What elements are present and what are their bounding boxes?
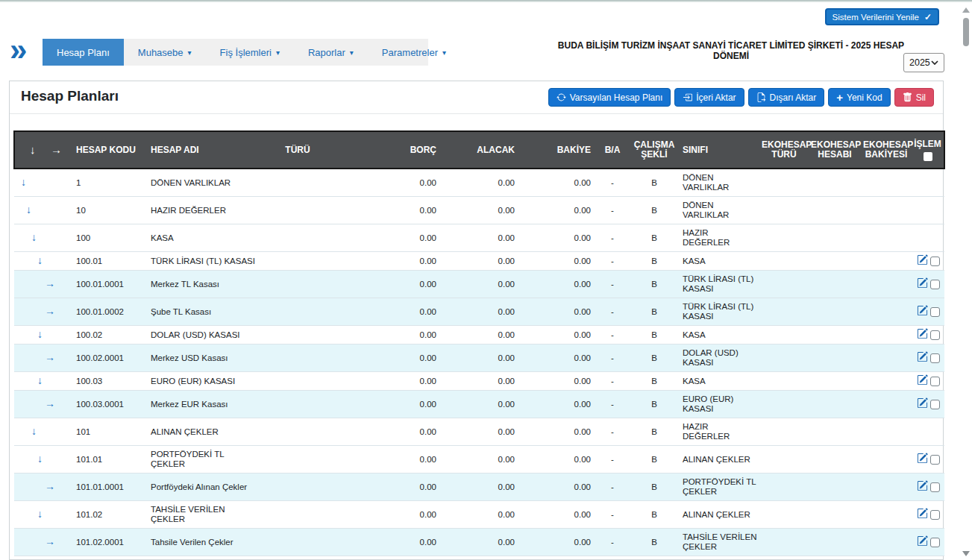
credit-cell: 0.00 [439, 326, 518, 345]
scroll-down-arrow[interactable] [962, 551, 970, 556]
class-cell: PORTFÖYDEKİ TL ÇEKLER [677, 474, 759, 501]
account-type-cell [260, 418, 335, 446]
expand-down-arrow-icon[interactable]: ↓ [37, 256, 43, 265]
expand-down-arrow-icon[interactable]: ↓ [31, 427, 37, 436]
working-type-cell: B [631, 446, 677, 474]
row-checkbox[interactable] [930, 257, 940, 266]
button-label: Sil [916, 92, 926, 103]
account-name-cell: ALINAN ÇEKLER [148, 418, 260, 446]
expand-down-arrow-icon[interactable]: ↓ [21, 177, 26, 187]
account-code-cell: 100.03 [70, 372, 148, 391]
default-chart-of-accounts-button[interactable]: Varsayılan Hesap Planı [548, 88, 671, 107]
debit-cell: 0.00 [335, 529, 439, 556]
account-type-cell [260, 197, 335, 224]
expand-down-arrow-icon[interactable]: ↓ [31, 233, 37, 242]
expand-down-arrow-icon[interactable]: ↓ [37, 376, 43, 386]
new-code-button[interactable]: + Yeni Kod [828, 88, 890, 107]
import-button[interactable]: İçeri Aktar [674, 88, 744, 107]
debit-cell: 0.00 [335, 501, 439, 529]
expand-down-arrow-icon[interactable]: ↓ [37, 454, 43, 464]
row-checkbox[interactable] [930, 280, 940, 289]
eko-account-type-cell [759, 501, 809, 529]
debit-credit-flag-cell: - [594, 556, 631, 560]
accounts-table: ↓ → HESAP KODU HESAP ADI TÜRÜ BORÇ ALACA… [13, 130, 945, 560]
expand-down-arrow-icon[interactable]: ↓ [37, 509, 43, 519]
edit-button[interactable] [917, 351, 928, 365]
tree-cell: ↓ [14, 197, 70, 224]
credit-cell: 0.00 [439, 418, 518, 446]
period-year-select[interactable]: 2025 [903, 53, 944, 72]
table-row: ↓101.02TAHSİLE VERİLEN ÇEKLER0.000.000.0… [14, 501, 944, 529]
account-type-cell [260, 271, 335, 298]
tree-cell: ↓ [14, 372, 70, 391]
edit-button[interactable] [917, 305, 928, 318]
scroll-up-arrow[interactable] [962, 7, 970, 13]
debit-cell: 0.00 [335, 391, 439, 418]
edit-button[interactable] [917, 508, 928, 521]
edit-button[interactable] [917, 535, 928, 549]
account-name-cell: Merkez TL Kasası [148, 271, 260, 298]
leaf-right-arrow-icon[interactable]: → [45, 353, 55, 362]
leaf-right-arrow-icon[interactable]: → [45, 279, 55, 289]
account-code-cell: 100.02.0001 [70, 345, 148, 372]
row-checkbox[interactable] [930, 377, 940, 386]
working-type-cell: B [631, 556, 677, 560]
delete-button[interactable]: Sil [894, 88, 934, 107]
table-header-row: ↓ → HESAP KODU HESAP ADI TÜRÜ BORÇ ALACA… [14, 131, 944, 169]
nav-tab-parametreler[interactable]: Parametreler ▾ [368, 39, 460, 66]
edit-button[interactable] [917, 254, 928, 268]
row-checkbox[interactable] [930, 455, 940, 465]
class-cell: TÜRK LİRASI (TL) KASASI [677, 298, 759, 326]
account-name-cell: TAHSİLE VERİLEN ÇEKLER [148, 501, 260, 529]
edit-button[interactable] [917, 374, 928, 388]
table-row: ↓101.01PORTFÖYDEKİ TL ÇEKLER0.000.000.00… [14, 446, 944, 474]
nav-tab-label: Raporlar [308, 47, 345, 58]
leaf-right-arrow-icon[interactable]: → [51, 143, 62, 156]
caret-down-icon: ▾ [350, 49, 354, 57]
edit-button[interactable] [917, 328, 928, 342]
row-checkbox[interactable] [930, 538, 940, 547]
scrollbar-thumb[interactable] [963, 18, 969, 46]
edit-button[interactable] [917, 397, 928, 411]
credit-cell: 0.00 [439, 501, 518, 529]
select-all-checkbox[interactable] [924, 152, 932, 161]
leaf-right-arrow-icon[interactable]: → [45, 482, 55, 491]
row-checkbox[interactable] [930, 482, 940, 492]
leaf-right-arrow-icon[interactable]: → [45, 537, 55, 547]
edit-button[interactable] [917, 453, 928, 466]
system-refresh-button[interactable]: Sistem Verilerini Yenile ✓ [825, 8, 939, 25]
action-cell [912, 252, 944, 271]
header-sinifi: SINIFI [677, 131, 759, 169]
nav-tab-raporlar[interactable]: Raporlar ▾ [294, 39, 368, 66]
row-checkbox[interactable] [930, 353, 940, 363]
credit-cell: 0.00 [439, 298, 518, 326]
edit-button[interactable] [917, 277, 928, 291]
eko-account-cell [809, 474, 861, 501]
nav-tab-muhasebe[interactable]: Muhasebe ▾ [124, 39, 206, 66]
row-checkbox[interactable] [930, 307, 940, 317]
scrollbar[interactable] [960, 3, 972, 560]
page-top-divider [0, 0, 972, 2]
expand-all-down-arrow-icon[interactable]: ↓ [30, 143, 36, 156]
nav-tab-fis-islemleri[interactable]: Fiş İşlemleri ▾ [206, 39, 294, 66]
leaf-right-arrow-icon[interactable]: → [45, 306, 55, 316]
row-checkbox[interactable] [930, 400, 940, 409]
account-type-cell [260, 501, 335, 529]
header-islem-label: İŞLEM [914, 139, 941, 149]
export-button[interactable]: Dışarı Aktar [748, 88, 825, 107]
expand-down-arrow-icon[interactable]: ↓ [26, 205, 31, 215]
nav-tab-hesap-plani[interactable]: Hesap Planı [43, 39, 124, 66]
account-code-cell: 100.01.0002 [70, 298, 148, 326]
row-checkbox[interactable] [930, 510, 940, 520]
tree-cell: → [14, 298, 70, 326]
working-type-cell: B [631, 326, 677, 345]
credit-cell: 0.00 [439, 252, 518, 271]
row-checkbox[interactable] [930, 330, 940, 340]
debit-credit-flag-cell: - [594, 501, 631, 529]
table-row: →100.02.0001Merkez USD Kasası0.000.000.0… [14, 345, 944, 372]
eko-balance-cell [861, 224, 912, 252]
leaf-right-arrow-icon[interactable]: → [45, 399, 55, 409]
edit-button[interactable] [917, 480, 928, 494]
expand-down-arrow-icon[interactable]: ↓ [37, 330, 43, 339]
eko-account-type-cell [759, 556, 809, 560]
